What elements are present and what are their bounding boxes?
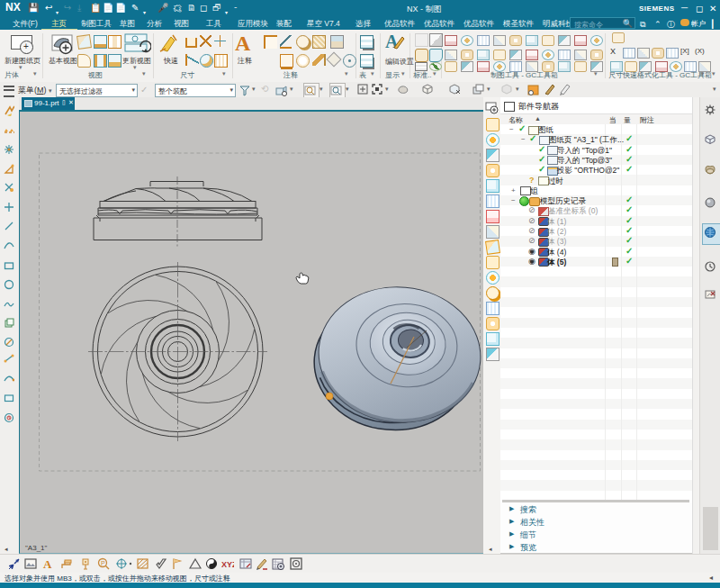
- svg-text:"A3_1": "A3_1": [25, 544, 48, 552]
- svg-text:P: P: [101, 560, 105, 566]
- svg-text:A: A: [43, 557, 52, 570]
- svg-text:XYZ: XYZ: [221, 560, 234, 569]
